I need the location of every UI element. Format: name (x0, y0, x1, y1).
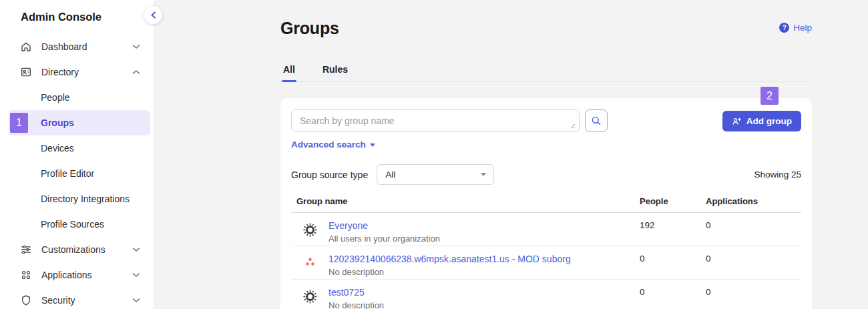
add-group-label: Add group (746, 116, 792, 126)
advanced-search-link[interactable]: Advanced search (291, 139, 375, 149)
sidebar-item-directory-integrations[interactable]: Directory Integrations (0, 186, 154, 212)
sidebar-item-profile-editor[interactable]: Profile Editor (0, 161, 154, 186)
caret-down-icon (481, 173, 486, 176)
search-icon (591, 115, 602, 126)
groups-panel: 2 Add group (280, 98, 812, 309)
sidebar-item-label: Customizations (41, 244, 105, 255)
people-count: 192 (640, 220, 706, 230)
okta-group-icon (291, 220, 329, 238)
search-box (291, 109, 580, 132)
sidebar-item-label: Profile Editor (41, 168, 94, 179)
tab-rules[interactable]: Rules (321, 64, 349, 81)
group-source-type-select[interactable]: All (377, 164, 494, 185)
sidebar-item-label: Dashboard (41, 41, 87, 52)
applications-count: 0 (706, 254, 801, 264)
sidebar-item-label: Directory (41, 67, 79, 77)
sidebar-item-groups[interactable]: 1 Groups (9, 110, 150, 135)
sidebar-item-label: Applications (41, 270, 92, 280)
group-name-link[interactable]: Everyone (329, 221, 368, 231)
group-source-type-label: Group source type (291, 170, 368, 180)
page-title: Groups (280, 20, 339, 37)
people-count: 0 (640, 254, 706, 264)
sidebar-item-label: People (41, 92, 70, 103)
group-name-link[interactable]: test0725 (329, 288, 365, 298)
shield-icon (20, 294, 33, 307)
help-link[interactable]: ? Help (779, 23, 812, 33)
groups-table: Group name People Applications Everyone … (291, 196, 801, 309)
chevron-up-icon (132, 69, 140, 75)
tab-all[interactable]: All (282, 64, 296, 81)
help-label: Help (793, 23, 812, 33)
directory-card-icon (20, 66, 33, 79)
app-grid-icon (20, 269, 33, 282)
advanced-search-label: Advanced search (291, 139, 366, 149)
tab-bar: All Rules (280, 64, 812, 82)
search-toolbar: Add group (291, 109, 801, 132)
group-name-link[interactable]: 1202392140066238.w6mpsk.asanatest1.us - … (329, 254, 571, 264)
sidebar-item-label: Security (41, 295, 75, 306)
sidebar-item-label: Devices (41, 143, 74, 153)
app-title: Admin Console (0, 0, 154, 23)
okta-group-icon (291, 287, 329, 304)
applications-count: 0 (706, 220, 801, 230)
sliders-icon (20, 244, 33, 256)
column-people: People (640, 196, 706, 206)
column-applications: Applications (706, 196, 801, 206)
search-button[interactable] (585, 109, 608, 132)
page-header: Groups ? Help (280, 20, 812, 37)
app-root: Admin Console Dashboard Directory (0, 0, 868, 309)
filter-row: Group source type All Showing 25 (291, 164, 801, 185)
add-group-button[interactable]: Add group (722, 111, 801, 131)
sidebar-item-applications[interactable]: Applications (0, 262, 154, 288)
sidebar-item-customizations[interactable]: Customizations (0, 237, 154, 262)
sidebar-item-devices[interactable]: Devices (0, 135, 154, 161)
chevron-left-icon (150, 11, 156, 19)
group-name-cell: 1202392140066238.w6mpsk.asanatest1.us - … (329, 254, 640, 276)
group-description: No description (329, 268, 640, 276)
step-annotation-1: 1 (10, 113, 28, 133)
sidebar-collapse-button[interactable] (144, 6, 162, 24)
table-row: Everyone All users in your organization … (291, 213, 801, 246)
applications-count: 0 (706, 287, 801, 297)
sidebar-nav: Dashboard Directory People 1 Groups (0, 34, 154, 309)
sidebar-item-security[interactable]: Security (0, 288, 154, 309)
chevron-down-icon (132, 298, 140, 303)
add-group-icon (732, 116, 742, 126)
sidebar-item-people[interactable]: People (0, 85, 154, 110)
chevron-down-icon (132, 272, 140, 278)
sidebar-item-dashboard[interactable]: Dashboard (0, 34, 154, 59)
chevron-down-icon (132, 247, 140, 252)
step-annotation-2: 2 (761, 87, 779, 105)
people-count: 0 (640, 287, 706, 297)
table-row: 1202392140066238.w6mpsk.asanatest1.us - … (291, 246, 801, 280)
sidebar: Admin Console Dashboard Directory (0, 0, 154, 309)
sidebar-item-label: Directory Integrations (41, 194, 130, 204)
sidebar-item-directory[interactable]: Directory (0, 59, 154, 85)
help-icon: ? (779, 23, 789, 33)
asana-dots-icon (291, 254, 329, 268)
sidebar-item-label: Profile Sources (41, 219, 104, 230)
column-group-name: Group name (296, 196, 640, 206)
select-value: All (385, 170, 395, 180)
chevron-down-icon (132, 44, 140, 49)
showing-count: Showing 25 (754, 170, 801, 180)
group-description: No description (329, 301, 640, 309)
caret-down-icon (370, 143, 375, 147)
sidebar-item-label: Groups (41, 117, 74, 128)
table-header: Group name People Applications (291, 196, 801, 213)
sidebar-item-profile-sources[interactable]: Profile Sources (0, 212, 154, 237)
home-icon (20, 41, 33, 53)
search-input[interactable] (300, 115, 562, 126)
group-name-cell: test0725 No description (329, 287, 640, 309)
main-content: Groups ? Help All Rules 2 (154, 0, 868, 309)
group-name-cell: Everyone All users in your organization (329, 220, 640, 243)
resize-grip-icon[interactable] (570, 123, 576, 129)
table-row: test0725 No description 0 0 (291, 280, 801, 309)
group-description: All users in your organization (329, 234, 640, 243)
